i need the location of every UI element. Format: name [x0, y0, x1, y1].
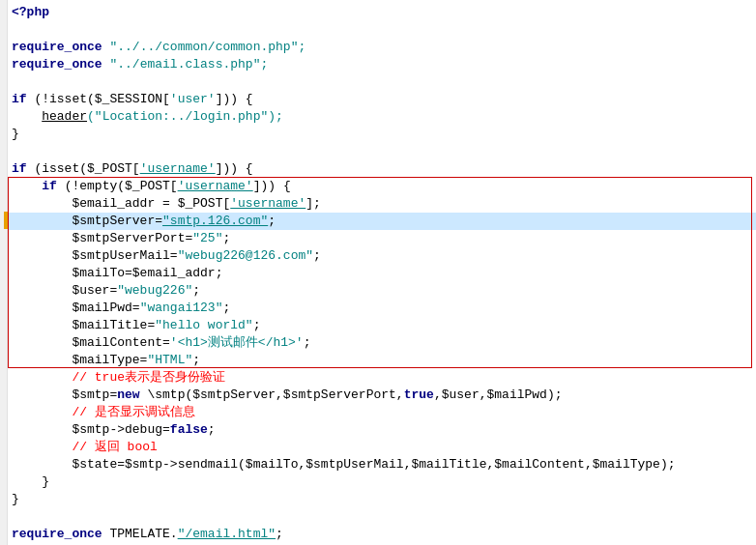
token: ;	[268, 214, 276, 228]
token: "wangai123"	[140, 301, 223, 315]
code-line: $smtpServerPort="25";	[8, 230, 756, 247]
code-line: require_once "../../common/common.php";	[8, 39, 756, 56]
code-line: $mailTitle="hello world";	[8, 317, 756, 334]
line-text: $state=$smtp->sendmail($mailTo,$smtpUser…	[8, 456, 756, 473]
token: $user=	[12, 283, 117, 298]
code-line: }	[8, 126, 756, 143]
code-line: // 是否显示调试信息	[8, 404, 756, 421]
line-text	[8, 73, 756, 91]
token: ;	[222, 231, 230, 245]
code-content: <?php require_once "../../common/common.…	[8, 0, 756, 545]
line-text: $smtpUserMail="webug226@126.com";	[8, 247, 756, 265]
line-text: }	[8, 491, 756, 508]
token: ;	[192, 283, 200, 298]
line-text: $mailTitle="hello world";	[8, 317, 756, 334]
code-line: $email_addr = $_POST['username'];	[8, 195, 756, 213]
code-line: $state=$smtp->sendmail($mailTo,$smtpUser…	[8, 456, 756, 473]
token: 'username'	[230, 196, 305, 211]
token: ("Location:../login.php");	[87, 109, 283, 124]
code-line: header("Location:../login.php");	[8, 108, 756, 126]
token: }	[12, 474, 49, 489]
token: $mailContent=	[12, 335, 170, 350]
token: if	[42, 179, 57, 193]
token: <?php	[12, 5, 49, 19]
line-text: // 是否显示调试信息	[8, 404, 756, 421]
token: '<h1>测试邮件</h1>'	[170, 335, 304, 350]
token: "webug226@126.com"	[178, 248, 313, 263]
code-line: $smtp->debug=false;	[8, 421, 756, 439]
line-text: // true表示是否身份验证	[8, 369, 756, 387]
token: ])) {	[253, 179, 291, 193]
token	[12, 179, 42, 193]
token: $email_addr = $_POST[	[12, 196, 230, 211]
token: // 是否显示调试信息	[12, 405, 195, 419]
line-text: <?php	[8, 4, 756, 21]
token: $smtp->debug=	[12, 422, 170, 437]
token: require_once	[12, 527, 102, 541]
line-text: $mailType="HTML";	[8, 352, 756, 369]
line-text: $smtpServerPort="25";	[8, 230, 756, 247]
token: ])) {	[216, 92, 253, 106]
code-line: require_once TPMELATE."/email.html";	[8, 526, 756, 543]
line-text: }	[8, 126, 756, 143]
token: $smtpServerPort=	[12, 231, 192, 245]
code-line	[8, 143, 756, 160]
code-line	[8, 73, 756, 91]
token: \smtp($smtpServer,$smtpServerPort,	[140, 387, 404, 402]
token: $mailType=	[12, 353, 147, 367]
code-line: }	[8, 491, 756, 508]
token: ];	[305, 196, 321, 211]
token: (!empty($_POST[	[57, 179, 178, 193]
line-text: $mailPwd="wangai123";	[8, 300, 756, 317]
code-line: $mailPwd="wangai123";	[8, 300, 756, 317]
token: require_once	[12, 40, 102, 54]
token: 'username'	[140, 161, 216, 176]
line-text: $smtp=new \smtp($smtpServer,$smtpServerP…	[8, 387, 756, 404]
line-text: if (!isset($_SESSION['user'])) {	[8, 91, 756, 108]
token: ;	[222, 301, 230, 315]
line-text: if (!empty($_POST['username'])) {	[8, 178, 756, 195]
line-text: $smtpServer="smtp.126.com";	[8, 213, 756, 230]
line-text: $mailContent='<h1>测试邮件</h1>';	[8, 334, 756, 352]
code-line: // 返回 bool	[8, 439, 756, 456]
line-text: header("Location:../login.php");	[8, 108, 756, 126]
token: 'user'	[170, 92, 216, 106]
token: ;	[304, 335, 311, 350]
code-line: $smtp=new \smtp($smtpServer,$smtpServerP…	[8, 387, 756, 404]
left-indicator	[4, 212, 8, 229]
token: // true表示是否身份验证	[12, 370, 225, 385]
code-line	[8, 21, 756, 39]
line-text: require_once "../../common/common.php";	[8, 39, 756, 56]
token: // 返回 bool	[12, 440, 158, 454]
token: "25"	[192, 231, 222, 245]
code-line: <?php	[8, 4, 756, 21]
line-text	[8, 21, 756, 39]
token: "smtp.126.com"	[162, 214, 268, 228]
code-line: $mailContent='<h1>测试邮件</h1>';	[8, 334, 756, 352]
token: false	[170, 422, 208, 437]
line-text: require_once "../email.class.php";	[8, 56, 756, 73]
code-line: $user="webug226";	[8, 282, 756, 300]
token: $mailPwd=	[12, 301, 140, 315]
line-text	[8, 143, 756, 160]
token: "../../common/common.php";	[102, 40, 306, 54]
line-text: // 返回 bool	[8, 439, 756, 456]
line-text: $mailTo=$email_addr;	[8, 265, 756, 282]
code-line: $smtpUserMail="webug226@126.com";	[8, 247, 756, 265]
token: (!isset($_SESSION[	[27, 92, 170, 106]
line-text: require_once TPMELATE."/email.html";	[8, 526, 756, 543]
line-text: if (isset($_POST['username'])) {	[8, 160, 756, 178]
editor-gutter	[0, 0, 8, 545]
token: (isset($_POST[	[27, 161, 140, 176]
token: }	[12, 127, 19, 141]
token: ;	[313, 248, 321, 263]
code-line: $mailTo=$email_addr;	[8, 265, 756, 282]
line-text	[8, 508, 756, 526]
code-line: $mailType="HTML";	[8, 352, 756, 369]
token: "webug226"	[117, 283, 192, 298]
token: TPMELATE.	[102, 527, 178, 541]
token: ;	[192, 353, 200, 367]
token: ,$user,$mailPwd);	[434, 387, 563, 402]
token: ;	[208, 422, 216, 437]
code-line	[8, 508, 756, 526]
